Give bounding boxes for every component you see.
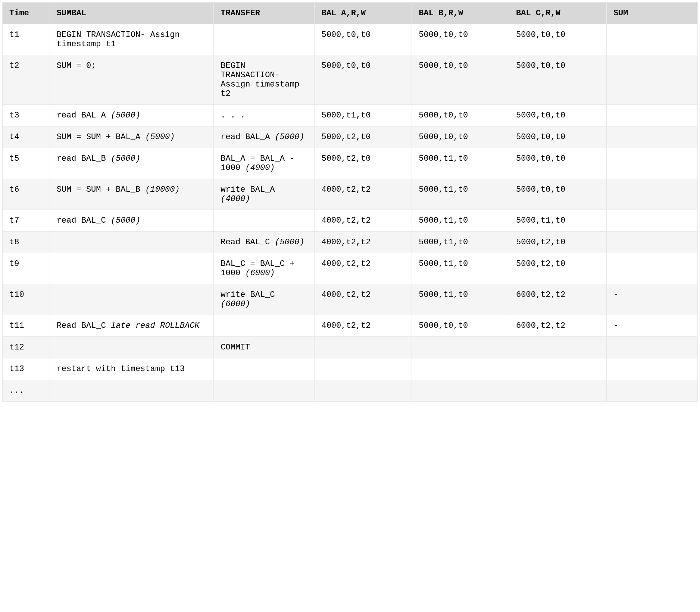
table-row: t6SUM = SUM + BAL_B (10000)write BAL_A (… xyxy=(3,179,698,210)
cell-bal-b: 5000,t1,t0 xyxy=(412,253,509,284)
cell-bal-a: 4000,t2,t2 xyxy=(315,179,412,210)
cell-time: t3 xyxy=(3,105,50,126)
cell-bal-a: 5000,t0,t0 xyxy=(315,24,412,55)
cell-bal-c: 5000,t0,t0 xyxy=(509,24,607,55)
table-row: t3read BAL_A (5000). . .5000,t1,t05000,t… xyxy=(3,105,698,126)
cell-bal-c: 6000,t2,t2 xyxy=(509,315,607,337)
cell-sum xyxy=(606,253,697,284)
cell-time: t2 xyxy=(3,55,50,105)
cell-time: t8 xyxy=(3,232,50,253)
cell-time: t6 xyxy=(3,179,50,210)
header-bal-b: BAL_B,R,W xyxy=(412,3,509,24)
cell-transfer: BEGIN TRANSACTION- Assign timestamp t2 xyxy=(214,55,315,105)
table-row: t1BEGIN TRANSACTION- Assign timestamp t1… xyxy=(3,24,698,55)
table-header-row: Time SUMBAL TRANSFER BAL_A,R,W BAL_B,R,W… xyxy=(3,3,698,24)
cell-time: t1 xyxy=(3,24,50,55)
cell-bal-b: 5000,t1,t0 xyxy=(412,284,509,315)
cell-bal-c: 5000,t0,t0 xyxy=(509,179,607,210)
table-row: t2SUM = 0;BEGIN TRANSACTION- Assign time… xyxy=(3,55,698,105)
header-time: Time xyxy=(3,3,50,24)
cell-sumbal: read BAL_A (5000) xyxy=(50,105,214,126)
cell-bal-c xyxy=(509,380,607,402)
cell-bal-b: 5000,t0,t0 xyxy=(412,105,509,126)
table-row: t13restart with timestamp t13 xyxy=(3,358,698,380)
cell-sumbal: BEGIN TRANSACTION- Assign timestamp t1 xyxy=(50,24,214,55)
cell-bal-c xyxy=(509,337,607,358)
cell-bal-a: 5000,t2,t0 xyxy=(315,126,412,148)
table-row: ... xyxy=(3,380,698,402)
cell-sum xyxy=(606,126,697,148)
cell-bal-b xyxy=(412,358,509,380)
cell-sumbal xyxy=(50,284,214,315)
cell-bal-b: 5000,t1,t0 xyxy=(412,148,509,179)
cell-sumbal xyxy=(50,337,214,358)
cell-sumbal: SUM = SUM + BAL_B (10000) xyxy=(50,179,214,210)
cell-bal-c: 5000,t0,t0 xyxy=(509,148,607,179)
cell-transfer: . . . xyxy=(214,105,315,126)
table-row: t11Read BAL_C late read ROLLBACK4000,t2,… xyxy=(3,315,698,337)
table-row: t5read BAL_B (5000)BAL_A = BAL_A - 1000 … xyxy=(3,148,698,179)
cell-time: t10 xyxy=(3,284,50,315)
table-row: t7read BAL_C (5000)4000,t2,t25000,t1,t05… xyxy=(3,210,698,232)
cell-sumbal: read BAL_B (5000) xyxy=(50,148,214,179)
cell-sumbal: restart with timestamp t13 xyxy=(50,358,214,380)
header-transfer: TRANSFER xyxy=(214,3,315,24)
cell-sumbal: SUM = 0; xyxy=(50,55,214,105)
cell-time: t4 xyxy=(3,126,50,148)
cell-bal-a xyxy=(315,380,412,402)
cell-transfer: Read BAL_C (5000) xyxy=(214,232,315,253)
cell-time: t12 xyxy=(3,337,50,358)
cell-bal-b: 5000,t0,t0 xyxy=(412,24,509,55)
cell-bal-b: 5000,t0,t0 xyxy=(412,126,509,148)
cell-time: t11 xyxy=(3,315,50,337)
cell-sum xyxy=(606,210,697,232)
cell-sum: - xyxy=(606,284,697,315)
cell-sumbal: Read BAL_C late read ROLLBACK xyxy=(50,315,214,337)
cell-bal-a: 5000,t1,t0 xyxy=(315,105,412,126)
cell-transfer: BAL_A = BAL_A - 1000 (4000) xyxy=(214,148,315,179)
table-row: t12COMMIT xyxy=(3,337,698,358)
cell-bal-c: 5000,t2,t0 xyxy=(509,232,607,253)
cell-bal-b: 5000,t1,t0 xyxy=(412,210,509,232)
header-bal-a: BAL_A,R,W xyxy=(315,3,412,24)
cell-transfer xyxy=(214,24,315,55)
header-sumbal: SUMBAL xyxy=(50,3,214,24)
cell-transfer xyxy=(214,315,315,337)
cell-bal-a: 5000,t2,t0 xyxy=(315,148,412,179)
cell-sum xyxy=(606,179,697,210)
cell-bal-a: 5000,t0,t0 xyxy=(315,55,412,105)
header-bal-c: BAL_C,R,W xyxy=(509,3,607,24)
table-row: t8Read BAL_C (5000)4000,t2,t25000,t1,t05… xyxy=(3,232,698,253)
cell-sum xyxy=(606,105,697,126)
cell-bal-a: 4000,t2,t2 xyxy=(315,315,412,337)
table-row: t10write BAL_C (6000)4000,t2,t25000,t1,t… xyxy=(3,284,698,315)
cell-sum: - xyxy=(606,315,697,337)
cell-time: t7 xyxy=(3,210,50,232)
cell-transfer xyxy=(214,380,315,402)
cell-transfer xyxy=(214,358,315,380)
cell-bal-c: 5000,t0,t0 xyxy=(509,126,607,148)
table-row: t9BAL_C = BAL_C + 1000 (6000)4000,t2,t25… xyxy=(3,253,698,284)
cell-transfer: write BAL_C (6000) xyxy=(214,284,315,315)
table-row: t4SUM = SUM + BAL_A (5000)read BAL_A (50… xyxy=(3,126,698,148)
cell-sumbal xyxy=(50,380,214,402)
cell-time: t13 xyxy=(3,358,50,380)
cell-bal-b xyxy=(412,337,509,358)
cell-sumbal xyxy=(50,232,214,253)
cell-sumbal: SUM = SUM + BAL_A (5000) xyxy=(50,126,214,148)
cell-bal-a: 4000,t2,t2 xyxy=(315,253,412,284)
cell-transfer: BAL_C = BAL_C + 1000 (6000) xyxy=(214,253,315,284)
cell-time: t9 xyxy=(3,253,50,284)
cell-sumbal: read BAL_C (5000) xyxy=(50,210,214,232)
header-sum: SUM xyxy=(606,3,697,24)
cell-sum xyxy=(606,337,697,358)
cell-sum xyxy=(606,380,697,402)
cell-sum xyxy=(606,232,697,253)
cell-bal-a: 4000,t2,t2 xyxy=(315,210,412,232)
cell-bal-a xyxy=(315,337,412,358)
cell-transfer xyxy=(214,210,315,232)
cell-bal-b: 5000,t0,t0 xyxy=(412,55,509,105)
cell-sum xyxy=(606,24,697,55)
cell-bal-a: 4000,t2,t2 xyxy=(315,232,412,253)
cell-sum xyxy=(606,148,697,179)
